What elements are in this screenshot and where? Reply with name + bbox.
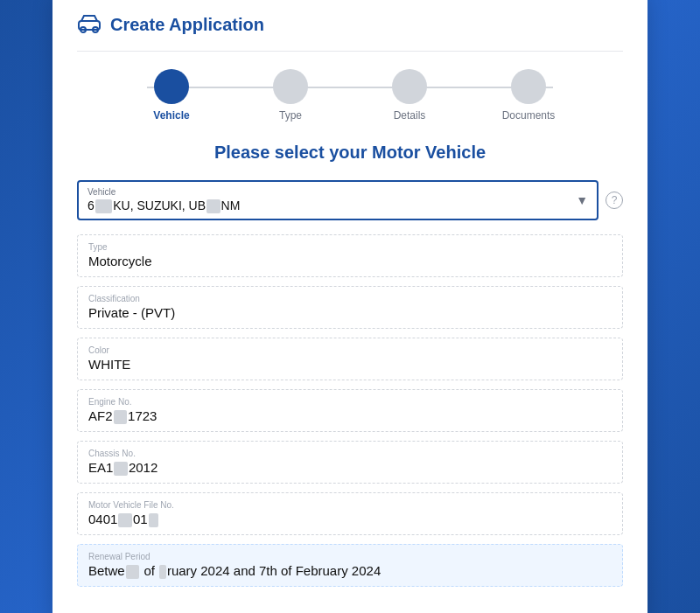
field-color-label: Color (88, 345, 612, 355)
field-renewal-period-value: Betwe of ruary 2024 and 7th of February … (88, 563, 381, 578)
blur-file2 (149, 513, 159, 527)
blur-engine (114, 410, 128, 424)
step-circle-details (392, 69, 427, 104)
blur-file1 (118, 513, 132, 527)
car-icon (77, 14, 102, 37)
vehicle-select-label: Vehicle (88, 187, 588, 197)
chevron-down-icon: ▼ (576, 193, 588, 207)
blur-2 (206, 199, 220, 213)
field-chassis-no: Chassis No. EA1 2012 (77, 441, 623, 484)
blur-renewal2 (159, 565, 166, 579)
field-file-no-label: Motor Vehicle File No. (88, 500, 612, 510)
step-circle-documents (511, 69, 546, 104)
help-icon[interactable]: ? (606, 192, 623, 209)
field-file-no-value: 0401 01 (88, 512, 159, 526)
field-type: Type Motorcycle (77, 234, 623, 277)
step-details: Details (350, 69, 469, 122)
field-chassis-no-label: Chassis No. (88, 449, 612, 458)
page-heading: Please select your Motor Vehicle (77, 143, 623, 163)
vehicle-select-row: Vehicle 6 KU, SUZUKI, UB NM ▼ ? (77, 180, 623, 220)
step-circle-vehicle (154, 69, 189, 104)
main-card: Create Application Vehicle Type Details … (52, 0, 648, 613)
step-label-type: Type (279, 109, 302, 122)
field-type-label: Type (88, 242, 612, 252)
vehicle-dropdown[interactable]: Vehicle 6 KU, SUZUKI, UB NM ▼ (77, 180, 598, 220)
field-renewal-period-label: Renewal Period (88, 552, 612, 561)
field-classification-label: Classification (88, 294, 612, 303)
step-documents: Documents (469, 69, 588, 122)
stepper: Vehicle Type Details Documents (77, 69, 623, 122)
blur-1 (95, 199, 112, 213)
blur-renewal1 (126, 565, 140, 579)
field-engine-no-label: Engine No. (88, 397, 612, 407)
step-label-documents: Documents (502, 109, 556, 122)
step-type: Type (231, 69, 350, 122)
step-label-vehicle: Vehicle (153, 109, 189, 122)
field-color: Color WHITE (77, 338, 623, 380)
step-vehicle: Vehicle (112, 69, 231, 122)
field-file-no: Motor Vehicle File No. 0401 01 (77, 492, 623, 535)
vehicle-select-value: 6 KU, SUZUKI, UB NM (88, 199, 588, 213)
field-renewal-period: Renewal Period Betwe of ruary 2024 and 7… (77, 544, 623, 587)
field-chassis-no-value: EA1 2012 (88, 460, 158, 475)
field-engine-no: Engine No. AF2 1723 (77, 389, 623, 432)
field-color-value: WHITE (88, 357, 130, 372)
field-classification: Classification Private - (PVT) (77, 286, 623, 329)
field-engine-no-value: AF2 1723 (88, 408, 157, 423)
step-circle-type (273, 69, 308, 104)
field-type-value: Motorcycle (88, 254, 152, 268)
card-header: Create Application (77, 14, 623, 52)
blur-chassis (114, 462, 128, 476)
card-title: Create Application (110, 15, 264, 35)
step-label-details: Details (394, 109, 426, 122)
field-classification-value: Private - (PVT) (88, 305, 175, 320)
